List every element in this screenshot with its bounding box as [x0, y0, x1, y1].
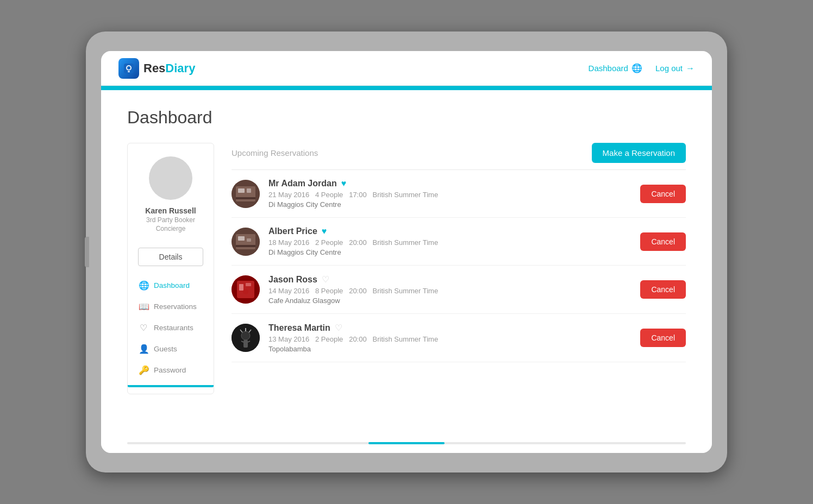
reservations-panel: Upcoming Reservations Make a Reservation: [232, 143, 686, 394]
sidebar-guests-label: Guests: [154, 345, 177, 353]
dashboard-nav-link[interactable]: Dashboard 🌐: [589, 63, 642, 73]
svg-point-18: [243, 289, 248, 294]
reservation-info: Jason Ross ♡ 14 May 2016 8 People 20:00 …: [268, 274, 631, 305]
nav-actions: Dashboard 🌐 Log out →: [589, 63, 695, 73]
cancel-button[interactable]: Cancel: [640, 232, 686, 251]
reservation-name: Albert Price: [268, 226, 317, 236]
make-reservation-button[interactable]: Make a Reservation: [592, 143, 686, 163]
logo-icon: [118, 58, 139, 79]
table-row: Theresa Martin ♡ 13 May 2016 2 People 20…: [232, 314, 686, 362]
svg-rect-11: [238, 236, 245, 241]
sidebar-password-label: Password: [154, 366, 186, 374]
reservation-details: 13 May 2016 2 People 20:00 British Summe…: [268, 335, 631, 343]
cancel-button[interactable]: Cancel: [640, 280, 686, 299]
svg-rect-8: [236, 197, 255, 199]
main-content: Dashboard Karen Russell 3rd Party Booker…: [101, 90, 712, 438]
logout-nav-label: Log out: [655, 64, 683, 73]
sidebar-item-password[interactable]: 🔑 Password: [128, 360, 214, 381]
panel-header: Upcoming Reservations Make a Reservation: [232, 143, 686, 167]
dashboard-nav-label: Dashboard: [589, 64, 628, 73]
sidebar-dashboard-label: Dashboard: [154, 281, 190, 289]
name-row: Mr Adam Jordan ♥: [268, 179, 631, 188]
svg-point-20: [241, 331, 250, 340]
reservation-info: Theresa Martin ♡ 13 May 2016 2 People 20…: [268, 323, 631, 353]
password-icon: 🔑: [139, 365, 148, 375]
reservation-list: Mr Adam Jordan ♥ 21 May 2016 4 People 17…: [232, 169, 686, 362]
reservation-info: Albert Price ♥ 18 May 2016 2 People 20:0…: [268, 226, 631, 256]
scroll-track: [127, 442, 686, 444]
reservation-restaurant: Di Maggios City Centre: [268, 200, 631, 209]
avatar: [149, 156, 192, 200]
scroll-area: [101, 438, 712, 453]
svg-rect-7: [247, 188, 251, 193]
svg-rect-13: [236, 245, 255, 247]
logout-icon: →: [686, 64, 695, 73]
avatar: [232, 275, 260, 304]
content-layout: Karen Russell 3rd Party Booker Concierge…: [127, 143, 686, 394]
accent-bar: [101, 86, 712, 90]
tablet-button: [85, 237, 89, 267]
cancel-button[interactable]: Cancel: [640, 185, 686, 203]
sidebar-item-reservations[interactable]: 📖 Reservations: [128, 296, 214, 317]
reservation-details: 21 May 2016 4 People 17:00 British Summe…: [268, 191, 631, 199]
tablet-screen: ResDiary Dashboard 🌐 Log out → Dashboard: [101, 51, 712, 453]
sidebar-item-guests[interactable]: 👤 Guests: [128, 338, 214, 360]
reservation-name: Mr Adam Jordan: [268, 179, 337, 188]
scroll-thumb[interactable]: [368, 442, 445, 444]
avatar: [232, 228, 260, 256]
user-name: Karen Russell: [145, 206, 196, 215]
logout-nav-link[interactable]: Log out →: [655, 64, 695, 73]
heart-icon[interactable]: ♡: [322, 274, 329, 285]
dashboard-icon: 🌐: [139, 280, 148, 291]
svg-rect-3: [128, 71, 130, 72]
sidebar-item-dashboard[interactable]: 🌐 Dashboard: [128, 275, 214, 296]
svg-point-2: [127, 66, 130, 70]
avatar: [232, 180, 260, 208]
reservation-restaurant: Topolabamba: [268, 345, 631, 353]
heart-icon[interactable]: ♡: [335, 323, 342, 333]
svg-rect-17: [246, 283, 251, 286]
reservation-details: 18 May 2016 2 People 20:00 British Summe…: [268, 238, 631, 247]
svg-rect-12: [247, 238, 251, 242]
svg-rect-16: [239, 284, 243, 291]
cancel-button[interactable]: Cancel: [640, 329, 686, 347]
page-title: Dashboard: [127, 108, 686, 128]
globe-icon: 🌐: [631, 63, 642, 73]
top-nav: ResDiary Dashboard 🌐 Log out →: [101, 51, 712, 86]
logo: ResDiary: [118, 58, 195, 79]
reservation-name: Theresa Martin: [268, 323, 330, 333]
avatar-area: Karen Russell 3rd Party Booker Concierge: [136, 143, 204, 241]
restaurants-icon: ♡: [139, 323, 148, 333]
user-role-2: Concierge: [156, 225, 186, 232]
sidebar-reservations-label: Reservations: [154, 303, 197, 311]
reservation-restaurant: Cafe Andaluz Glasgow: [268, 297, 631, 305]
table-row: Mr Adam Jordan ♥ 21 May 2016 4 People 17…: [232, 170, 686, 218]
avatar: [232, 324, 260, 352]
sidebar-bottom-bar: [128, 385, 214, 387]
table-row: Jason Ross ♡ 14 May 2016 8 People 20:00 …: [232, 266, 686, 314]
details-button[interactable]: Details: [138, 248, 203, 266]
sidebar-restaurants-label: Restaurants: [154, 324, 193, 332]
name-row: Albert Price ♥: [268, 226, 631, 236]
sidebar-nav: 🌐 Dashboard 📖 Reservations ♡ Restaurants: [128, 275, 214, 381]
heart-icon[interactable]: ♥: [341, 179, 347, 188]
sidebar: Karen Russell 3rd Party Booker Concierge…: [127, 143, 214, 394]
reservations-icon: 📖: [139, 301, 148, 312]
logo-text: ResDiary: [143, 61, 195, 75]
reservation-name: Jason Ross: [268, 275, 317, 285]
sidebar-item-restaurants[interactable]: ♡ Restaurants: [128, 317, 214, 338]
reservation-details: 14 May 2016 8 People 20:00 British Summe…: [268, 287, 631, 295]
svg-rect-24: [243, 340, 248, 348]
reservation-info: Mr Adam Jordan ♥ 21 May 2016 4 People 17…: [268, 179, 631, 209]
name-row: Jason Ross ♡: [268, 274, 631, 285]
user-role-1: 3rd Party Booker: [146, 216, 195, 224]
table-row: Albert Price ♥ 18 May 2016 2 People 20:0…: [232, 218, 686, 266]
reservation-restaurant: Di Maggios City Centre: [268, 248, 631, 256]
tablet-frame: ResDiary Dashboard 🌐 Log out → Dashboard: [86, 32, 727, 472]
upcoming-label: Upcoming Reservations: [232, 148, 318, 158]
heart-icon[interactable]: ♥: [322, 226, 327, 236]
guests-icon: 👤: [139, 344, 148, 354]
name-row: Theresa Martin ♡: [268, 323, 631, 333]
svg-rect-6: [238, 188, 245, 193]
